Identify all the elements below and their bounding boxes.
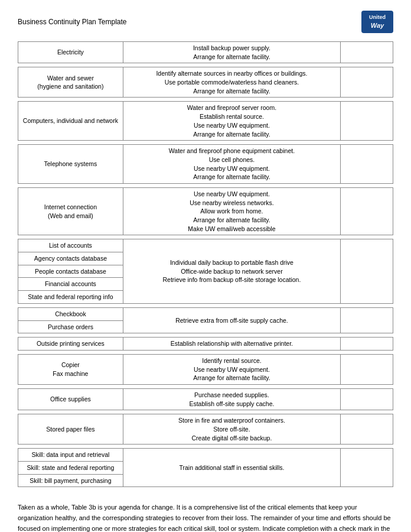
table-cell-left: Telephone systems bbox=[18, 145, 123, 184]
table-cell-right bbox=[341, 388, 393, 410]
table-row: Outside printing servicesEstablish relat… bbox=[18, 338, 393, 351]
table-cell-left: Internet connection(Web and email) bbox=[18, 187, 123, 235]
table-cell-left: Financial accounts bbox=[18, 278, 123, 291]
table-cell-middle: Install backup power supply.Arrange for … bbox=[123, 42, 340, 63]
table-row: Office suppliesPurchase needed supplies.… bbox=[18, 388, 393, 410]
paragraph-section: Taken as a whole, Table 3b is your agend… bbox=[18, 502, 393, 532]
table-cell-left: State and federal reporting info bbox=[18, 291, 123, 304]
table-cell-middle: Identify rental source.Use nearby UW equ… bbox=[123, 354, 340, 384]
table-row: List of accountsIndividual daily backup … bbox=[18, 239, 393, 252]
table-cell-left: Office supplies bbox=[18, 388, 123, 410]
table-cell-middle: Individual daily backup to portable flas… bbox=[123, 239, 340, 303]
table-row: Internet connection(Web and email)Use ne… bbox=[18, 187, 393, 235]
table-row: ElectricityInstall backup power supply.A… bbox=[18, 42, 393, 63]
main-table: ElectricityInstall backup power supply.A… bbox=[18, 41, 393, 491]
table-cell-left: List of accounts bbox=[18, 239, 123, 252]
table-cell-right bbox=[341, 102, 393, 141]
table-cell-right bbox=[341, 239, 393, 303]
table-cell-middle: Use nearby UW equipment.Use nearby wirel… bbox=[123, 187, 340, 235]
table-cell-left: Skill: data input and retrieval bbox=[18, 449, 123, 462]
table-row: Water and sewer(hygiene and sanitation)I… bbox=[18, 67, 393, 98]
table-cell-middle: Water and fireproof phone equipment cabi… bbox=[123, 145, 340, 184]
table-cell-middle: Store in fire and waterproof containers.… bbox=[123, 414, 340, 445]
table-row: Stored paper filesStore in fire and wate… bbox=[18, 414, 393, 445]
table-cell-right bbox=[341, 354, 393, 384]
table-row: Computers, individual and networkWater a… bbox=[18, 102, 393, 141]
table-row: Skill: data input and retrievalTrain add… bbox=[18, 449, 393, 462]
table-cell-left: Computers, individual and network bbox=[18, 102, 123, 141]
page-header: Business Continuity Plan Template United… bbox=[18, 11, 393, 33]
logo-line2: Way bbox=[371, 21, 384, 30]
table-row: CheckbookRetrieve extra from off-site su… bbox=[18, 307, 393, 320]
table-cell-left: Water and sewer(hygiene and sanitation) bbox=[18, 67, 123, 98]
table-cell-middle: Establish relationship with alternative … bbox=[123, 338, 340, 351]
table-cell-right bbox=[341, 338, 393, 351]
table-cell-left: CopierFax machine bbox=[18, 354, 123, 384]
table-cell-left: Purchase orders bbox=[18, 320, 123, 333]
table-row: Telephone systemsWater and fireproof pho… bbox=[18, 145, 393, 184]
table-cell-right bbox=[341, 187, 393, 235]
table-cell-right bbox=[341, 145, 393, 184]
table-cell-middle: Purchase needed supplies.Establish off-s… bbox=[123, 388, 340, 410]
table-cell-middle: Retrieve extra from off-site supply cach… bbox=[123, 307, 340, 333]
table-cell-left: Stored paper files bbox=[18, 414, 123, 445]
table-cell-right bbox=[341, 42, 393, 63]
page-title: Business Continuity Plan Template bbox=[18, 18, 127, 26]
table-cell-left: Electricity bbox=[18, 42, 123, 63]
table-cell-left: Skill: bill payment, purchasing bbox=[18, 474, 123, 487]
logo-line1: United bbox=[369, 14, 386, 21]
table-cell-right bbox=[341, 414, 393, 445]
table-cell-middle: Water and fireproof server room.Establis… bbox=[123, 102, 340, 141]
table-cell-right bbox=[341, 307, 393, 333]
table-cell-left: Skill: state and federal reporting bbox=[18, 462, 123, 475]
paragraph-text: Taken as a whole, Table 3b is your agend… bbox=[18, 502, 393, 532]
table-cell-right bbox=[341, 449, 393, 487]
table-cell-left: Agency contacts database bbox=[18, 252, 123, 265]
table-cell-right bbox=[341, 67, 393, 98]
table-cell-left: People contacts database bbox=[18, 265, 123, 278]
logo: United Way bbox=[361, 11, 393, 33]
table-cell-left: Checkbook bbox=[18, 307, 123, 320]
table-cell-left: Outside printing services bbox=[18, 338, 123, 351]
table-cell-middle: Train additional staff in essential skil… bbox=[123, 449, 340, 487]
table-cell-middle: Identify alternate sources in nearby off… bbox=[123, 67, 340, 98]
table-row: CopierFax machineIdentify rental source.… bbox=[18, 354, 393, 384]
